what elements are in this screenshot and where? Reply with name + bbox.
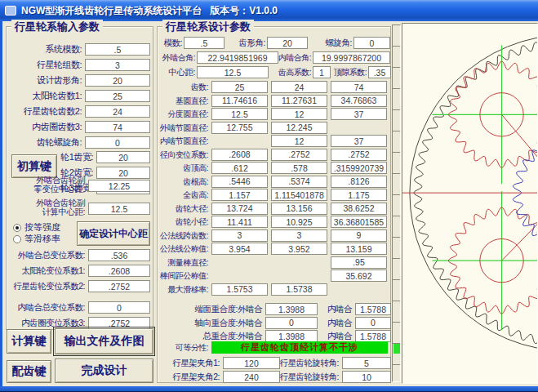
confirm-center-distance-button[interactable]: 确定设计中心距 [77,221,150,246]
design-cell-c1[interactable]: 1.5753 [211,283,268,296]
design-cell-c3[interactable]: 74 [331,81,387,93]
ext-calc-center-label: 外啮合齿轮副计算中心距: [7,198,85,216]
design-row-label: 公法线跨齿数: [158,229,208,242]
design-cell-c2[interactable]: 1.5738 [271,283,327,296]
overlap-ext-box[interactable]: 1.3988 [265,330,318,342]
design-cell-c2[interactable]: 1.115401878 [271,189,327,201]
design-cell-c2[interactable]: .578 [271,162,327,174]
overlap-int-box[interactable]: 0 [355,317,391,329]
clearance-coef-label: 顶隙系数: [331,66,367,78]
input-field-box[interactable]: 0 [85,136,150,149]
design-cell-c2[interactable]: .5374 [271,176,327,188]
design-cell-c2[interactable]: 11.27631 [271,95,327,107]
design-row-label: 齿顶高: [158,162,208,174]
design-cell-c1[interactable]: 11.411 [211,216,268,228]
design-cell-c1[interactable]: .5446 [211,176,268,188]
design-cell-c3[interactable]: 38.6252 [331,203,387,215]
shift-int-label: 内啮合总变位系数: [7,301,85,314]
design-cell-c3[interactable]: .8126 [331,176,387,188]
gear-width-box[interactable]: 20 [96,167,150,179]
helix-angle-field[interactable]: 0 [353,37,390,49]
overlap-ext-box[interactable]: 1.3988 [265,303,318,315]
design-cell-c1[interactable]: 3.954 [211,243,268,255]
design-cell-c1[interactable]: 11.74616 [211,95,268,107]
gear-width-label: 轮1齿宽: [49,151,93,163]
design-cell-c2[interactable]: 3 [271,229,327,242]
design-cell-c2[interactable]: 24 [271,81,327,93]
clearance-coef-field[interactable]: .35 [368,66,391,78]
overlap-int-box[interactable]: 1.5788 [355,303,391,315]
design-row-label: 外啮节圆直径: [158,122,208,134]
design-cell-c3[interactable]: .95 [331,256,387,269]
client-area: 行星轮系输入参数 系统模数:.5行星轮组数:3设计齿形角:20太阳轮齿数1:25… [2,21,538,386]
design-cell-c3[interactable]: 34.76863 [331,95,387,107]
shift-ext-box[interactable]: .2752 [88,280,150,292]
design-cell-c2[interactable]: .2752 [271,149,327,161]
input-field-box[interactable]: .5 [85,43,150,56]
design-cell-c3[interactable]: 36.36801585 [331,216,387,228]
design-cell-c3[interactable]: 35.692 [331,270,387,282]
addendum-coef-label: 齿高系数: [270,66,311,78]
center-distance-field[interactable]: 12.5 [197,66,269,78]
gear-width-box[interactable]: 20 [96,151,150,163]
design-cell-c1[interactable]: .2608 [211,149,268,161]
shift-int-box[interactable]: 0 [88,301,150,314]
input-field-label: 设计齿形角: [8,74,82,87]
ext-calc-center-field[interactable]: 12.5 [88,203,150,215]
design-row-label: 内啮节圆直径: [158,135,208,147]
overlap-ext-box[interactable]: 0 [265,317,318,329]
radio-option-0[interactable]: 按等强度 [13,221,60,234]
design-row-label: 径向变位系数: [158,149,208,161]
title-bar: NGW型渐开线齿轮行星传动系统设计平台 版本号：V1.0.0 [0,0,538,21]
design-cell-c1[interactable]: .612 [211,162,268,174]
design-cell-c1[interactable]: 1.157 [211,189,268,201]
radio-label: 按等强度 [24,221,60,234]
design-cell-c1[interactable]: 25 [211,81,268,93]
design-groupbox-title: 行星轮系设计参数 [162,20,254,34]
pressure-angle-field[interactable]: 20 [267,37,308,49]
rotation-angle-box[interactable]: 5 [342,357,391,369]
ext-mesh-angle-field[interactable]: 22.9419851969 [197,51,278,64]
radio-icon[interactable] [13,235,21,243]
module-field[interactable]: .5 [184,37,225,49]
radio-option-1[interactable]: 等滑移率 [13,233,60,245]
design-cell-c1[interactable]: 13.724 [211,203,268,215]
design-cell-c3[interactable]: 37 [331,135,387,147]
ext-zero-center-field[interactable]: 12.25 [88,180,150,192]
design-cell-c2[interactable]: 10.925 [271,216,327,228]
design-cell-c2[interactable]: 12.245 [271,122,327,134]
gear-matching-button[interactable]: 配齿键 [7,360,51,383]
shift-ext-box[interactable]: .536 [88,249,150,261]
design-cell-c2[interactable]: 12 [271,108,327,120]
design-cell-c3[interactable]: 1.175 [331,189,387,201]
calculate-button[interactable]: 计算键 [7,329,51,354]
design-cell-c3[interactable]: 13.159 [331,243,387,255]
addendum-coef-field[interactable]: 1 [313,66,331,78]
design-cell-c1[interactable]: 12.5 [211,108,268,120]
overlap-int-box[interactable]: 1.5788 [355,330,391,342]
input-field-label: 行星轮组数: [8,59,82,71]
design-cell-c2[interactable]: 13.156 [271,203,327,215]
design-cell-c1[interactable]: 12.755 [211,122,268,134]
shift-ext-box[interactable]: .2608 [88,265,150,277]
rotation-angle-box[interactable]: 10 [342,371,391,383]
shift-int-label: 内齿圈变位系数3: [7,317,85,329]
design-cell-c3[interactable]: 9 [331,229,387,242]
radio-icon[interactable] [13,224,21,232]
output-file-plot-button[interactable]: 输出文件及作图 [55,328,153,354]
int-mesh-angle-field[interactable]: 19.9997867200 [313,51,390,64]
finish-design-button[interactable]: 完成设计 [55,359,153,383]
input-field-box[interactable]: 20 [85,74,150,87]
design-cell-c2[interactable]: 3.952 [271,243,327,255]
ext-mesh-angle-label: 外啮合角: [156,51,195,64]
design-cell-c2[interactable]: 12 [271,135,327,147]
design-cell-c3[interactable]: .2752 [331,149,387,161]
design-cell-c1[interactable]: 3 [211,229,268,242]
shift-int-box[interactable]: .2752 [88,317,150,329]
design-cell-c3[interactable]: 37 [331,108,387,120]
input-field-box[interactable]: 3 [85,59,150,71]
design-cell-c3[interactable]: .3159920739 [331,162,387,174]
input-field-box[interactable]: 25 [85,90,150,102]
input-field-box[interactable]: 24 [85,105,150,118]
input-field-box[interactable]: 74 [85,121,150,133]
